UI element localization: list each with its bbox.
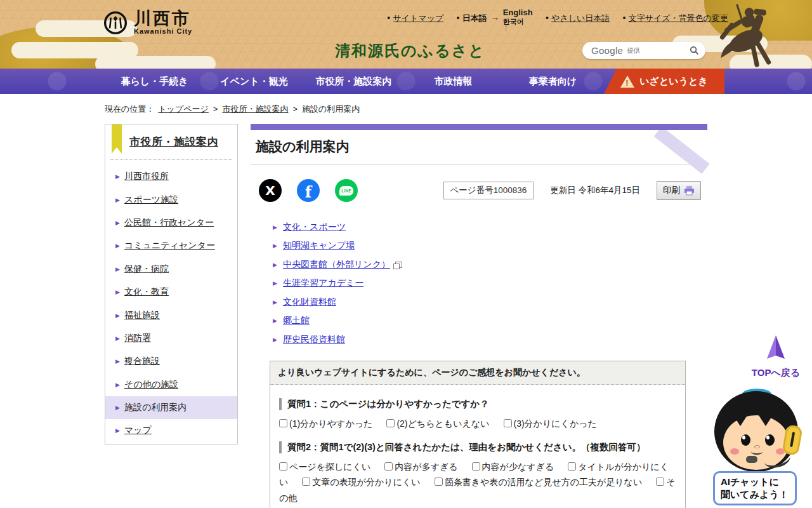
headset-mic (746, 456, 757, 463)
sidebar-item-10[interactable]: ▶施設の利用案内 (105, 396, 237, 419)
x-icon: X (265, 183, 275, 198)
question2-checkbox-0[interactable] (279, 462, 287, 471)
triangle-bullet-icon: ▶ (115, 220, 120, 226)
sidebar-item-11[interactable]: ▶マップ (105, 419, 237, 442)
sidebar-item-7[interactable]: ▶消防署 (105, 327, 237, 350)
sidebar-item-label: マップ (124, 425, 152, 436)
question2-options: ページを探しにくい内容が多すぎる内容が少なすぎるタイトルが分かりにくい文章の表現… (279, 459, 676, 506)
facebook-icon: f (305, 183, 311, 201)
sidebar-item-2[interactable]: ▶公民館・行政センター (105, 211, 237, 234)
question2-checkbox-2[interactable] (472, 462, 480, 471)
sidebar-item-4[interactable]: ▶保健・病院 (105, 258, 237, 281)
facility-link-item-4: ▶文化財資料館 (273, 293, 402, 312)
sidebar-item-label: 施設の利用案内 (124, 402, 187, 413)
text-size-link[interactable]: 文字サイズ・背景色の変更 (629, 13, 728, 24)
corner-ribbon-decoration (654, 126, 710, 174)
question1-checkbox-1[interactable] (386, 419, 395, 427)
utility-sitemap[interactable]: サイトマップ (387, 13, 443, 24)
sidebar-item-9[interactable]: ▶その他の施設 (105, 373, 237, 396)
sitemap-link[interactable]: サイトマップ (393, 13, 443, 24)
triangle-bullet-icon: ▶ (273, 299, 277, 305)
title-divider (251, 164, 707, 164)
line-icon: LINE (339, 186, 353, 196)
checkbox-label: 箇条書きや表の活用など見せ方の工夫が足りない (445, 477, 643, 487)
question2-option-0[interactable]: ページを探しにくい (279, 462, 370, 472)
utility-nav: サイトマップ 日本語 → English 한국어 ⋮ やさしい日本語 文字サイズ… (387, 13, 728, 31)
ai-chat-text-line2: 聞いてみよう！ (721, 488, 795, 501)
mascot-mouth (751, 449, 763, 455)
checkbox-label: (2)どちらともいえない (396, 418, 489, 429)
share-x-button[interactable]: X (259, 179, 282, 202)
sidebar-item-6[interactable]: ▶福祉施設 (105, 304, 237, 326)
breadcrumb-item-1[interactable]: 市役所・施設案内 (222, 104, 288, 114)
sidebar-item-3[interactable]: ▶コミュニティセンター (105, 234, 237, 257)
question1-option-0[interactable]: (1)分かりやすかった (279, 418, 372, 429)
question2-option-2[interactable]: 内容が少なすぎる (472, 462, 554, 472)
triangle-bullet-icon: ▶ (115, 404, 120, 411)
triangle-bullet-icon: ▶ (115, 173, 120, 180)
facility-link-0[interactable]: 文化・スポーツ (283, 222, 346, 233)
facility-link-4[interactable]: 文化財資料館 (283, 297, 336, 308)
nav-item-4[interactable]: 事業者向け (503, 69, 603, 94)
sidebar-title-link[interactable]: 市役所・施設案内 (129, 136, 218, 148)
share-facebook-button[interactable]: f (297, 179, 320, 202)
facility-link-item-5: ▶郷土館 (273, 312, 402, 331)
nav-item-1[interactable]: イベント・観光 (204, 69, 304, 94)
checkbox-label: 内容が少なすぎる (482, 462, 554, 472)
back-to-top-button[interactable]: TOPへ戻る (747, 335, 804, 379)
facility-link-3[interactable]: 生涯学習アカデミー (283, 277, 363, 289)
share-line-button[interactable]: LINE (335, 179, 358, 202)
question2-checkbox-3[interactable] (568, 462, 576, 471)
site-search[interactable]: Google 提供 (582, 42, 705, 59)
utility-text-size[interactable]: 文字サイズ・背景色の変更 (622, 13, 728, 24)
ai-chat-bubble[interactable]: AIチャットに 聞いてみよう！ (713, 471, 797, 505)
city-emblem-icon (103, 11, 128, 35)
sidebar-item-5[interactable]: ▶文化・教育 (105, 281, 237, 304)
question1-option-2[interactable]: (3)分かりにくかった (504, 418, 597, 429)
checkbox-label: (1)分かりやすかった (289, 418, 372, 429)
triangle-bullet-icon: ▶ (273, 318, 277, 324)
search-icon[interactable] (690, 46, 699, 55)
city-logo[interactable]: 川西市 Kawanishi City (103, 10, 192, 35)
facility-link-5[interactable]: 郷土館 (283, 315, 310, 326)
facility-link-1[interactable]: 知明湖キャンプ場 (283, 240, 355, 251)
sidebar-item-label: 公民館・行政センター (124, 217, 214, 229)
updated-date: 更新日 令和6年4月15日 (550, 185, 640, 196)
sidebar-item-label: 保健・病院 (124, 264, 169, 275)
breadcrumb-item-0[interactable]: トップページ (158, 104, 209, 114)
nav-item-0[interactable]: 暮らし・手続き (105, 69, 204, 94)
print-button[interactable]: 印刷 (657, 181, 701, 200)
triangle-bullet-icon: ▶ (115, 382, 120, 388)
warning-icon (620, 76, 634, 88)
question1-option-1[interactable]: (2)どちらともいえない (386, 418, 489, 429)
question2-checkbox-5[interactable] (435, 478, 443, 486)
ai-chat-widget[interactable]: AIチャットに 聞いてみよう！ (709, 389, 803, 507)
mascot-bang (733, 415, 747, 426)
question2-option-1[interactable]: 内容が多すぎる (384, 462, 457, 472)
facility-link-item-0: ▶文化・スポーツ (273, 218, 402, 237)
facility-link-2[interactable]: 中央図書館（外部リンク） (283, 259, 390, 271)
triangle-bullet-icon: ▶ (115, 427, 120, 434)
sidebar-item-label: 複合施設 (124, 356, 160, 367)
search-provided-label: 提供 (627, 46, 640, 55)
sidebar-item-8[interactable]: ▶複合施設 (105, 350, 237, 373)
nav-item-2[interactable]: 市役所・施設案内 (304, 69, 403, 94)
utility-easy-japanese[interactable]: やさしい日本語 (546, 13, 610, 24)
question2-checkbox-1[interactable] (384, 462, 393, 471)
facility-link-item-1: ▶知明湖キャンプ場 (273, 237, 402, 256)
language-english-link[interactable]: English (503, 8, 533, 18)
sidebar-item-1[interactable]: ▶スポーツ施設 (105, 188, 237, 211)
sidebar-item-0[interactable]: ▶川西市役所 (105, 165, 237, 188)
question2-option-4[interactable]: 文章の表現が分かりにくい (302, 477, 420, 487)
mascot-nose (754, 445, 760, 448)
question2-checkbox-4[interactable] (302, 478, 310, 486)
easy-japanese-link[interactable]: やさしい日本語 (551, 13, 610, 24)
nav-item-3[interactable]: 市政情報 (403, 69, 503, 94)
facility-link-6[interactable]: 歴史民俗資料館 (283, 334, 345, 345)
nav-item-emergency[interactable]: いざというとき (604, 69, 724, 94)
question1-checkbox-0[interactable] (279, 419, 287, 427)
question2-option-5[interactable]: 箇条書きや表の活用など見せ方の工夫が足りない (435, 477, 643, 487)
question2-checkbox-6[interactable] (656, 478, 664, 486)
more-languages-icon[interactable]: ⋮ (503, 26, 509, 31)
question1-checkbox-2[interactable] (504, 419, 512, 427)
